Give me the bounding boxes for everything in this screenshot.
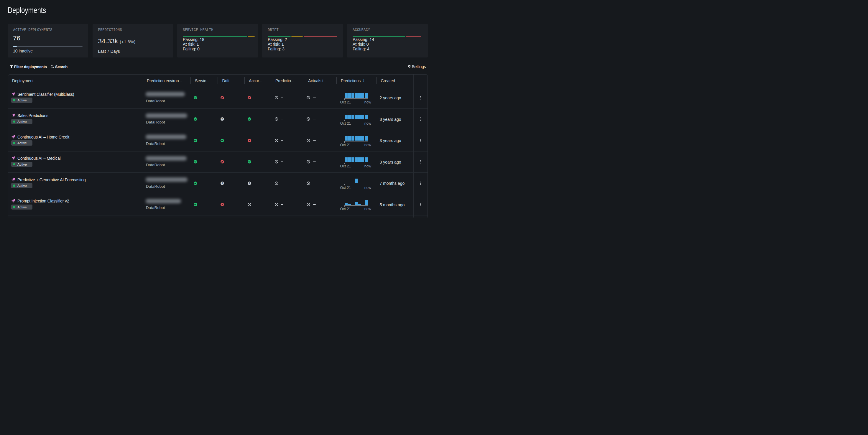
svg-text:?: ? [249, 181, 250, 185]
svg-text:?: ? [221, 181, 223, 185]
svg-text:?: ? [221, 118, 223, 121]
